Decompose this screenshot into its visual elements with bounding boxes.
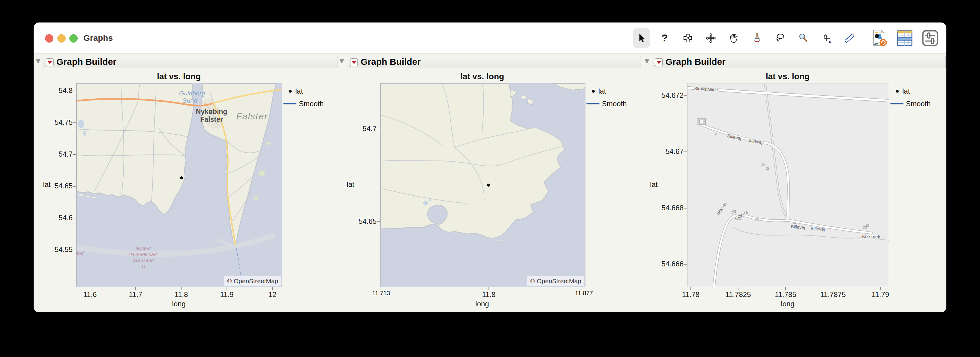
data-table-button[interactable] xyxy=(895,28,914,48)
x-max-label: 11.877 xyxy=(567,290,600,297)
x-axis-title: long xyxy=(758,300,818,308)
lasso-tool[interactable] xyxy=(772,28,789,48)
street-label: Billevej xyxy=(791,224,805,230)
panel2-disclosure[interactable]: ▼ xyxy=(337,58,346,64)
x-tick-label: 12 xyxy=(250,290,295,299)
map-label-region: Falster xyxy=(236,111,268,121)
y-axis-title: lat xyxy=(639,180,669,189)
toolbar: ? xyxy=(633,22,940,53)
x-tick-label: 11.7825 xyxy=(716,290,760,299)
magnifier-tool[interactable] xyxy=(795,28,812,48)
x-tick-label: 11.78 xyxy=(668,290,713,299)
graphs-window: Graphs ? xyxy=(33,22,947,312)
map-label-windfarm-4: 1) xyxy=(141,264,145,269)
x-tick-label: 11.6 xyxy=(67,290,113,299)
red-triangle-icon: ▼ xyxy=(352,60,356,64)
legend-line-label[interactable]: Smooth xyxy=(906,99,931,108)
map-label-edge-fragment: and xyxy=(76,251,84,256)
hand-icon xyxy=(728,32,740,44)
panel2-menu-button[interactable]: ▼ xyxy=(350,58,358,66)
data-table-icon xyxy=(896,29,913,47)
ruler-tool[interactable] xyxy=(841,28,858,48)
y-tick-label: 54.6 xyxy=(40,214,73,222)
panel1-disclosure[interactable]: ▼ xyxy=(34,58,42,64)
x-tick-label: 11.7875 xyxy=(810,290,856,299)
x-axis-title: long xyxy=(149,300,209,308)
x-axis-title: long xyxy=(452,300,512,308)
panel2-header-label: Graph Builder xyxy=(361,56,421,68)
map-label-town-2: Falster xyxy=(200,116,223,123)
paintbrush-icon xyxy=(751,32,763,44)
panel1-menu-button[interactable]: ▼ xyxy=(46,58,54,66)
window-title: Graphs xyxy=(83,33,113,43)
ruler-icon xyxy=(843,32,856,44)
legend-line-marker xyxy=(283,103,296,105)
y-axis-title: lat xyxy=(33,180,62,189)
legend-point-marker xyxy=(289,90,292,93)
data-point[interactable] xyxy=(487,184,490,187)
y-tick-label: 54.55 xyxy=(40,245,73,254)
legend-line-label[interactable]: Smooth xyxy=(602,99,627,108)
data-point[interactable] xyxy=(180,176,183,179)
paintbrush-tool[interactable] xyxy=(749,28,765,48)
panel1-map-plot[interactable]: Guldborg Sund Nykøbing Falster Falster N… xyxy=(76,83,282,287)
minimize-button[interactable] xyxy=(57,34,66,43)
x-tick-label: 11.7 xyxy=(113,290,158,299)
map-label-sound-1: Guldborg xyxy=(179,90,205,97)
x-min-label: 11.713 xyxy=(364,290,398,297)
jmp-home-button[interactable]: JMP xyxy=(870,28,889,48)
panel2-map-plot[interactable]: © OpenStreetMap xyxy=(380,83,585,287)
y-tick-label: 54.666 xyxy=(651,260,684,268)
move-arrows-icon xyxy=(705,32,717,44)
legend-point-label[interactable]: lat xyxy=(598,87,606,96)
help-tool[interactable]: ? xyxy=(656,28,673,48)
column-switcher-button[interactable] xyxy=(921,28,940,48)
x-tick-label: 11.8 xyxy=(466,290,511,299)
panel3-map-plot[interactable]: Skovstræde Billevej Billevej Billevej Bi… xyxy=(687,83,889,287)
legend-line-label[interactable]: Smooth xyxy=(299,99,324,108)
jmp-document-icon: JMP xyxy=(871,29,888,47)
red-triangle-icon: ▼ xyxy=(657,60,661,64)
titlebar[interactable]: Graphs ? xyxy=(33,22,947,54)
y-tick-label: 54.7 xyxy=(40,150,73,159)
map-label-town-1: Nykøbing xyxy=(196,108,228,116)
panel3-menu-button[interactable]: ▼ xyxy=(655,58,663,66)
y-tick-label: 54.7 xyxy=(344,124,377,133)
panel3-disclosure[interactable]: ▼ xyxy=(643,58,651,64)
close-button[interactable] xyxy=(45,34,53,43)
brush-tool[interactable] xyxy=(679,28,696,48)
map-label-sound-2: Sund xyxy=(183,97,197,104)
y-tick-label: 54.672 xyxy=(651,91,684,100)
map-label-windfarm-2: Havmøllepark xyxy=(129,252,158,257)
legend-line-marker xyxy=(586,103,600,105)
legend-point-marker xyxy=(592,90,595,93)
legend-point-label[interactable]: lat xyxy=(295,87,303,96)
crosshair-tool[interactable]: y x xyxy=(818,28,835,48)
map-street-level: Skovstræde Billevej Billevej Billevej Bi… xyxy=(687,83,889,287)
y-tick-label: 54.668 xyxy=(651,204,684,212)
arrow-tool[interactable] xyxy=(633,28,650,48)
panel1-header-label: Graph Builder xyxy=(56,56,116,68)
y-tick-label: 54.75 xyxy=(40,118,73,127)
x-tick-label: 11.8 xyxy=(159,290,204,299)
brush-cross-icon xyxy=(682,32,694,44)
x-tick-label: 11.9 xyxy=(204,290,249,299)
panel2-chart-title: lat vs. long xyxy=(422,72,542,81)
red-triangle-icon: ▼ xyxy=(48,60,52,64)
grabber-tool[interactable] xyxy=(725,28,742,48)
svg-text:x: x xyxy=(829,39,831,44)
x-tick-label: 11.79 xyxy=(858,290,903,299)
map-falster-region: Guldborg Sund Nykøbing Falster Falster N… xyxy=(76,83,282,287)
map-label-windfarm-1: Nysted xyxy=(136,246,151,251)
svg-text:y: y xyxy=(824,33,826,38)
zoom-button[interactable] xyxy=(69,34,78,43)
osm-attribution: © OpenStreetMap xyxy=(527,276,584,286)
y-tick-label: 54.8 xyxy=(40,86,73,95)
panel1-chart-title: lat vs. long xyxy=(119,72,239,81)
map-coast-midzoom xyxy=(380,83,585,287)
arrow-icon xyxy=(636,32,648,44)
move-tool[interactable] xyxy=(702,28,719,48)
place-label: Korsbæk xyxy=(862,234,880,240)
sliders-icon xyxy=(922,29,939,47)
legend-point-label[interactable]: lat xyxy=(902,87,910,96)
